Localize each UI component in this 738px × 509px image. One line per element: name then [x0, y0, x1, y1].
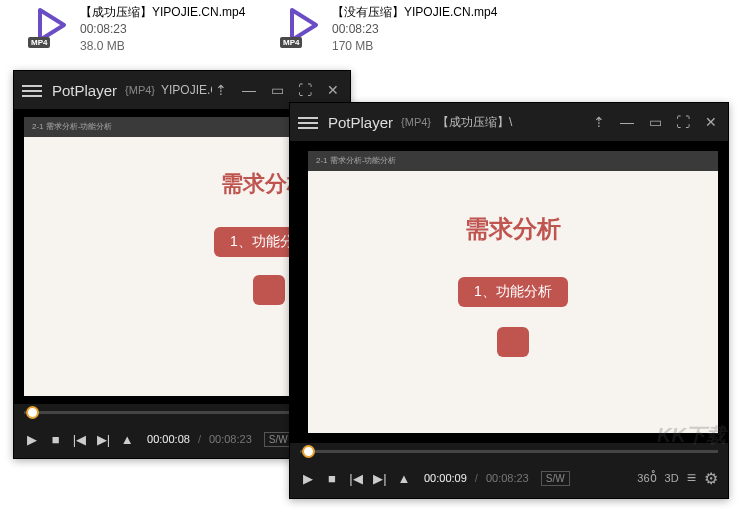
file-size: 38.0 MB: [80, 38, 245, 55]
maximize-icon[interactable]: ▭: [268, 81, 286, 99]
slide-bullet-empty: [253, 275, 285, 305]
time-total: 00:08:23: [209, 433, 252, 445]
video-file-icon: MP4: [30, 4, 72, 46]
file-duration: 00:08:23: [80, 21, 245, 38]
format-label: {MP4}: [125, 84, 155, 96]
format-label: {MP4}: [401, 116, 431, 128]
fullscreen-icon[interactable]: ⛶: [674, 113, 692, 131]
eject-icon[interactable]: ▲: [396, 471, 412, 486]
titlebar[interactable]: PotPlayer {MP4} 【成功压缩】\ ⇡ — ▭ ⛶ ✕: [290, 103, 728, 141]
prev-icon[interactable]: |◀: [348, 471, 364, 486]
menu-icon[interactable]: [298, 114, 318, 130]
time-total: 00:08:23: [486, 472, 529, 484]
stop-icon[interactable]: ■: [324, 471, 340, 486]
minimize-icon[interactable]: —: [240, 81, 258, 99]
slide-bullet: 1、功能分析: [458, 277, 568, 307]
file-duration: 00:08:23: [332, 21, 497, 38]
close-icon[interactable]: ✕: [324, 81, 342, 99]
seek-thumb[interactable]: [302, 445, 315, 458]
file-size: 170 MB: [332, 38, 497, 55]
svg-marker-0: [40, 10, 64, 40]
pin-icon[interactable]: ⇡: [212, 81, 230, 99]
minimize-icon[interactable]: —: [618, 113, 636, 131]
menu-icon[interactable]: [22, 82, 42, 98]
app-name: PotPlayer: [52, 82, 117, 99]
file-name: 【成功压缩】YIPOJIE.CN.mp4: [80, 4, 245, 21]
video-area[interactable]: 2-1 需求分析-功能分析 需求分析 1、功能分析: [290, 141, 728, 443]
play-icon[interactable]: ▶: [300, 471, 316, 486]
render-mode[interactable]: S/W: [541, 471, 570, 486]
time-current: 00:00:09: [424, 472, 467, 484]
controls-bar: ▶ ■ |◀ ▶| ▲ 00:00:09 / 00:08:23 S/W 360̊…: [290, 459, 728, 497]
prev-icon[interactable]: |◀: [72, 432, 88, 447]
eject-icon[interactable]: ▲: [119, 432, 135, 447]
mp4-badge: MP4: [28, 37, 50, 48]
video-file-icon: MP4: [282, 4, 324, 46]
play-icon[interactable]: ▶: [24, 432, 40, 447]
next-icon[interactable]: ▶|: [95, 432, 111, 447]
app-name: PotPlayer: [328, 114, 393, 131]
slide-header: 2-1 需求分析-功能分析: [308, 151, 718, 171]
video-player-window: PotPlayer {MP4} 【成功压缩】\ ⇡ — ▭ ⛶ ✕ 2-1 需求…: [289, 102, 729, 499]
slide-bullet-empty: [497, 327, 529, 357]
file-item[interactable]: MP4 【没有压缩】YIPOJIE.CN.mp4 00:08:23 170 MB: [282, 4, 497, 54]
3d-icon[interactable]: 3D: [665, 472, 679, 484]
pin-icon[interactable]: ⇡: [590, 113, 608, 131]
playlist-icon[interactable]: ≡: [687, 469, 696, 487]
seek-bar[interactable]: [290, 443, 728, 459]
close-icon[interactable]: ✕: [702, 113, 720, 131]
maximize-icon[interactable]: ▭: [646, 113, 664, 131]
stop-icon[interactable]: ■: [48, 432, 64, 447]
mp4-badge: MP4: [280, 37, 302, 48]
time-separator: /: [198, 433, 201, 445]
fullscreen-icon[interactable]: ⛶: [296, 81, 314, 99]
360-icon[interactable]: 360̊: [637, 472, 656, 485]
playing-title: 【成功压缩】\: [437, 114, 590, 131]
slide-title: 需求分析: [308, 213, 718, 245]
seek-thumb[interactable]: [26, 406, 39, 419]
file-name: 【没有压缩】YIPOJIE.CN.mp4: [332, 4, 497, 21]
playing-title: YIPOJIE.CN.mp4: [161, 83, 212, 97]
file-item[interactable]: MP4 【成功压缩】YIPOJIE.CN.mp4 00:08:23 38.0 M…: [30, 4, 245, 54]
svg-marker-1: [292, 10, 316, 40]
time-separator: /: [475, 472, 478, 484]
time-current: 00:00:08: [147, 433, 190, 445]
next-icon[interactable]: ▶|: [372, 471, 388, 486]
settings-icon[interactable]: ⚙: [704, 469, 718, 488]
